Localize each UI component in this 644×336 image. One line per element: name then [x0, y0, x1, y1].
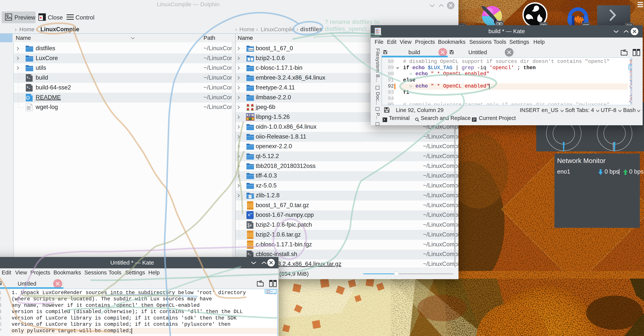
svg-text:++: ++	[250, 212, 252, 215]
svg-text:boost: boost	[249, 49, 254, 51]
